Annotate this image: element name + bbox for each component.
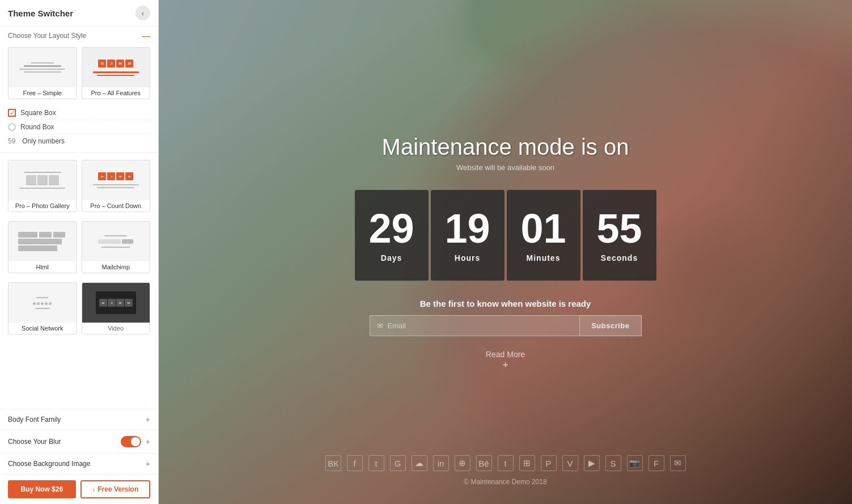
theme-card-pro-all[interactable]: #9 :3 59 29 Pro – All Features bbox=[82, 47, 151, 99]
read-more-plus-icon: + bbox=[502, 360, 508, 370]
main-content: Maintenance mode is on Website will be a… bbox=[159, 0, 852, 504]
buy-button[interactable]: Buy Now $26 bbox=[8, 480, 76, 498]
theme-label-social-network: Social Network bbox=[20, 323, 64, 334]
cd-thumb-box-2: :3 bbox=[107, 172, 115, 180]
social-behance-icon[interactable]: Bē bbox=[476, 455, 492, 471]
social-vk-icon[interactable]: ВК bbox=[325, 455, 341, 471]
cd-thumb-box-1: #9 bbox=[98, 172, 106, 180]
blur-toggle[interactable] bbox=[121, 436, 141, 447]
social-dribbble-icon[interactable]: ⊕ bbox=[455, 455, 470, 471]
theme-card-free-simple[interactable]: Free – Simple bbox=[8, 47, 77, 99]
social-twitter-icon[interactable]: t bbox=[368, 455, 384, 471]
sidebar-close-button[interactable]: ‹ bbox=[135, 6, 150, 20]
theme-thumb-count-down: #9 :3 59 29 bbox=[82, 160, 150, 200]
thumb-html-lines bbox=[18, 232, 67, 251]
theme-thumb-free-simple bbox=[9, 48, 77, 87]
blur-controls: + bbox=[121, 436, 150, 447]
main-area: Maintenance mode is on Website will be a… bbox=[159, 0, 852, 504]
thumb-mailchimp-inner bbox=[98, 235, 133, 248]
collapse-icon[interactable]: — bbox=[142, 31, 150, 40]
social-facebook-icon[interactable]: f bbox=[347, 455, 363, 471]
mailchimp-input-sim bbox=[98, 239, 121, 244]
countdown-seconds-box: 55 Seconds bbox=[583, 190, 656, 281]
read-more-button[interactable]: Read More + bbox=[486, 350, 525, 370]
social-dot-3 bbox=[41, 302, 44, 305]
theme-thumb-photo-gallery bbox=[9, 160, 77, 200]
layout-section-label: Choose Your Layout Style — bbox=[0, 27, 158, 43]
countdown-hours-label: Hours bbox=[455, 253, 480, 262]
social-dot-4 bbox=[45, 302, 48, 305]
square-box-checkbox[interactable]: ✓ bbox=[8, 109, 16, 117]
thumb-html-row-3 bbox=[18, 245, 67, 251]
free-version-label: Free Version bbox=[98, 485, 138, 493]
page-title: Maintenance mode is on bbox=[382, 134, 629, 160]
theme-grid-row1: Free – Simple #9 :3 59 29 Pro – All Feat… bbox=[0, 43, 158, 104]
theme-thumb-pro-all: #9 :3 59 29 bbox=[82, 48, 150, 87]
sidebar-footer: Buy Now $26 ↓ Free Version bbox=[0, 474, 158, 504]
subscribe-form: ✉ Subscribe bbox=[370, 315, 642, 336]
theme-card-video[interactable]: #9 :3 59 29 Video bbox=[82, 282, 151, 334]
social-vimeo-icon[interactable]: V bbox=[562, 455, 578, 471]
thumb-box-1: #9 bbox=[98, 60, 106, 67]
copyright-text: © Maintenance Demo 2018 bbox=[464, 478, 546, 486]
theme-thumb-mailchimp bbox=[82, 222, 150, 261]
social-instagram-icon[interactable]: 📷 bbox=[627, 455, 643, 471]
theme-card-count-down[interactable]: #9 :3 59 29 Pro – Count Down bbox=[82, 160, 151, 212]
page-subtitle: Website will be available soon bbox=[456, 163, 554, 172]
sidebar-spacer bbox=[0, 339, 158, 409]
box-style-numbers[interactable]: 59 Only numbers bbox=[8, 134, 150, 148]
theme-card-photo-gallery[interactable]: Pro – Photo Gallery bbox=[8, 160, 77, 212]
divider-1 bbox=[0, 153, 158, 153]
social-tumblr-icon[interactable]: t bbox=[498, 455, 514, 471]
theme-thumb-social bbox=[9, 283, 77, 323]
bg-image-label: Choose Background Image bbox=[8, 460, 90, 468]
box-style-round[interactable]: Round Box bbox=[8, 120, 150, 134]
social-email-icon[interactable]: ✉ bbox=[670, 455, 686, 471]
sidebar: Theme Switcher ‹ Choose Your Layout Styl… bbox=[0, 0, 159, 504]
social-pinterest-icon[interactable]: P bbox=[541, 455, 557, 471]
settings-body-font[interactable]: Body Font Family + bbox=[0, 409, 158, 430]
thumb-box-4: 29 bbox=[125, 60, 133, 67]
social-skype-icon[interactable]: S bbox=[605, 455, 621, 471]
video-thumb-box-3: 59 bbox=[116, 299, 124, 307]
theme-label-mailchimp: Mailchimp bbox=[100, 261, 131, 273]
thumb-html-row-1 bbox=[18, 232, 67, 238]
theme-grid-row4: Social Network #9 :3 59 29 Video bbox=[0, 278, 158, 339]
theme-label-photo-gallery: Pro – Photo Gallery bbox=[14, 200, 71, 211]
only-numbers-label: Only numbers bbox=[22, 137, 65, 145]
social-foursquare-icon[interactable]: F bbox=[648, 455, 664, 471]
email-input[interactable] bbox=[388, 316, 573, 336]
theme-grid-row2: Pro – Photo Gallery #9 :3 59 29 Pro – Co… bbox=[0, 155, 158, 217]
countdown-hours-value: 19 bbox=[444, 208, 490, 249]
subscribe-button[interactable]: Subscribe bbox=[580, 315, 641, 336]
free-version-button[interactable]: ↓ Free Version bbox=[80, 480, 151, 498]
social-linkedin-icon[interactable]: in bbox=[433, 455, 449, 471]
subscribe-title: Be the first to know when website is rea… bbox=[420, 299, 591, 308]
theme-label-video: Video bbox=[107, 323, 125, 334]
theme-card-html[interactable]: Html bbox=[8, 221, 77, 273]
theme-label-html: Html bbox=[35, 261, 50, 273]
social-soundcloud-icon[interactable]: ☁ bbox=[412, 455, 427, 471]
thumb-box-2: :3 bbox=[107, 60, 115, 67]
thumb-box-3: 59 bbox=[116, 60, 124, 67]
theme-card-mailchimp[interactable]: Mailchimp bbox=[82, 221, 151, 273]
html-block-3 bbox=[53, 232, 66, 238]
settings-blur[interactable]: Choose Your Blur + bbox=[0, 430, 158, 453]
numbers-prefix: 59 bbox=[8, 137, 15, 145]
round-box-label: Round Box bbox=[20, 123, 54, 131]
countdown-seconds-label: Seconds bbox=[601, 253, 638, 262]
round-box-radio[interactable] bbox=[8, 123, 16, 131]
social-youtube-icon[interactable]: ▶ bbox=[584, 455, 600, 471]
blur-plus-icon[interactable]: + bbox=[146, 437, 150, 446]
social-flickr-icon[interactable]: ⊞ bbox=[519, 455, 535, 471]
html-block-1 bbox=[18, 232, 38, 238]
thumb-gallery-img-3 bbox=[49, 175, 59, 185]
square-box-label: Square Box bbox=[20, 109, 56, 117]
box-style-square[interactable]: ✓ Square Box bbox=[8, 106, 150, 120]
theme-thumb-html bbox=[9, 222, 77, 261]
social-googleplus-icon[interactable]: G bbox=[390, 455, 406, 471]
theme-card-social-network[interactable]: Social Network bbox=[8, 282, 77, 334]
bg-image-plus-icon[interactable]: + bbox=[146, 459, 150, 468]
body-font-plus-icon[interactable]: + bbox=[146, 415, 150, 424]
settings-bg-image[interactable]: Choose Background Image + bbox=[0, 453, 158, 474]
